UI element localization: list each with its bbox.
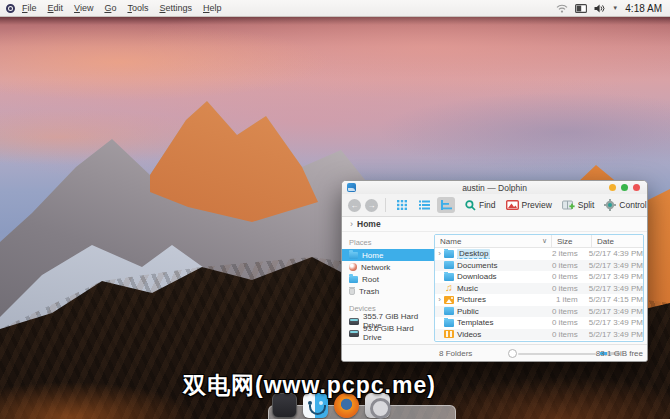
table-row-downloads[interactable]: Downloads0 items5/2/17 3:49 PM xyxy=(435,271,643,283)
minimize-button[interactable] xyxy=(609,184,616,191)
menu-help[interactable]: Help xyxy=(203,3,222,13)
details-view-icon xyxy=(419,200,430,210)
close-button[interactable] xyxy=(633,184,640,191)
sidebar-item-root[interactable]: Root xyxy=(342,273,434,285)
folder-count: 8 Folders xyxy=(439,349,472,358)
dolphin-window: austin — Dolphin ← → xyxy=(341,180,648,362)
sidebar-item-home[interactable]: Home xyxy=(342,249,434,261)
control-button[interactable]: Control xyxy=(604,199,646,211)
details-view-button[interactable] xyxy=(415,197,433,213)
folder-icon xyxy=(444,307,454,315)
preview-button[interactable]: Preview xyxy=(506,200,552,210)
menu-view[interactable]: View xyxy=(74,3,93,13)
expand-chevron-icon[interactable]: › xyxy=(435,295,444,304)
menu-tools[interactable]: Tools xyxy=(127,3,148,13)
column-header-date[interactable]: Date xyxy=(591,235,643,247)
size-cell: 0 items xyxy=(545,307,583,316)
icons-view-icon xyxy=(397,200,407,210)
name-column-label: Name xyxy=(440,237,461,246)
file-name: Videos xyxy=(457,330,481,339)
window-toolbar: ← → xyxy=(342,194,647,217)
volume-icon[interactable] xyxy=(594,4,605,13)
back-button[interactable]: ← xyxy=(348,199,361,212)
table-header: Name ∨ Size Date xyxy=(435,235,643,248)
sidebar-item-label: Home xyxy=(362,251,383,260)
folder-icon xyxy=(444,273,454,281)
window-titlebar[interactable]: austin — Dolphin xyxy=(342,181,647,194)
sidebar-item-network[interactable]: Network xyxy=(342,261,434,273)
zoom-slider-handle[interactable] xyxy=(508,349,517,358)
window-title: austin — Dolphin xyxy=(342,183,647,193)
app-logo-icon[interactable] xyxy=(6,4,15,13)
places-list: HomeNetworkRootTrash xyxy=(342,249,434,297)
file-name: Pictures xyxy=(457,295,486,304)
size-cell: 0 items xyxy=(545,272,583,281)
forward-button[interactable]: → xyxy=(365,199,378,212)
table-row-documents[interactable]: Documents0 items5/2/17 3:49 PM xyxy=(435,260,643,272)
table-row-pictures[interactable]: ›Pictures1 item5/2/17 4:15 PM xyxy=(435,294,643,306)
zoom-slider-groove[interactable] xyxy=(518,353,596,355)
table-row-music[interactable]: ♫Music0 items5/2/17 3:49 PM xyxy=(435,283,643,295)
tree-view-icon xyxy=(441,200,452,210)
size-cell: 0 items xyxy=(545,330,583,339)
tree-view-button[interactable] xyxy=(437,197,455,213)
expand-chevron-icon[interactable]: › xyxy=(435,249,444,258)
devices-list: 355.7 GiB Hard Drive93.6 GiB Hard Drive xyxy=(342,315,434,339)
table-row-desktop[interactable]: ›Desktop2 items5/2/17 4:39 PM xyxy=(435,248,643,260)
size-cell: 1 item xyxy=(545,295,583,304)
menubar-menus: FileEditViewGoToolsSettingsHelp xyxy=(22,3,222,13)
sidebar-item-trash[interactable]: Trash xyxy=(342,285,434,297)
desktop-screen: FileEditViewGoToolsSettingsHelp ▼ 4:18 A… xyxy=(0,0,670,419)
date-cell: 5/2/17 3:49 PM xyxy=(584,330,643,339)
sidebar-item-label: Network xyxy=(361,263,390,272)
menubar-clock[interactable]: 4:18 AM xyxy=(625,3,662,14)
breadcrumb[interactable]: › Home xyxy=(342,217,647,232)
name-cell: ›Desktop xyxy=(435,249,545,259)
table-row-videos[interactable]: Videos0 items5/2/17 3:49 PM xyxy=(435,329,643,341)
name-cell: Downloads xyxy=(435,272,545,281)
watermark-text: 双电网(www.pcpc.me) xyxy=(183,370,436,401)
date-cell: 5/2/17 3:49 PM xyxy=(584,261,643,270)
wifi-icon[interactable] xyxy=(556,4,568,13)
toolbar-separator xyxy=(385,198,386,212)
preview-label: Preview xyxy=(522,200,552,210)
column-header-size[interactable]: Size xyxy=(551,235,591,247)
breadcrumb-home[interactable]: Home xyxy=(357,219,381,229)
column-header-name[interactable]: Name ∨ xyxy=(435,235,551,247)
folder-icon xyxy=(444,250,454,258)
statusbar: 8 Folders 83.1 GiB free xyxy=(342,344,647,361)
folder-icon xyxy=(349,276,358,283)
places-panel: Places HomeNetworkRootTrash Devices 355.… xyxy=(342,232,434,344)
menu-edit[interactable]: Edit xyxy=(48,3,64,13)
global-menubar: FileEditViewGoToolsSettingsHelp ▼ 4:18 A… xyxy=(0,0,670,17)
status-dropdown-caret-icon[interactable]: ▼ xyxy=(612,5,618,11)
sidebar-item-label: Trash xyxy=(359,287,379,296)
file-view: Name ∨ Size Date ›Desktop2 items5/2/17 4… xyxy=(434,234,644,342)
table-row-public[interactable]: Public0 items5/2/17 3:49 PM xyxy=(435,306,643,318)
video-icon xyxy=(444,330,454,338)
trash-icon xyxy=(349,288,355,295)
sidebar-item-label: 93.6 GiB Hard Drive xyxy=(363,324,434,342)
date-cell: 5/2/17 4:39 PM xyxy=(584,249,643,258)
menu-file[interactable]: File xyxy=(22,3,37,13)
drive-icon xyxy=(349,330,359,337)
sidebar-item-93-6-gib-hard-drive[interactable]: 93.6 GiB Hard Drive xyxy=(342,327,434,339)
maximize-button[interactable] xyxy=(621,184,628,191)
preview-icon xyxy=(506,200,519,210)
gear-icon xyxy=(604,199,616,211)
menu-settings[interactable]: Settings xyxy=(159,3,192,13)
file-name: Music xyxy=(457,284,478,293)
free-space-label: 83.1 GiB free xyxy=(596,349,643,358)
file-name: Downloads xyxy=(457,272,497,281)
find-button[interactable]: Find xyxy=(465,200,496,211)
size-cell: 0 items xyxy=(545,318,583,327)
search-icon xyxy=(465,200,476,211)
folder-icon xyxy=(444,319,454,327)
split-button[interactable]: Split xyxy=(562,200,595,211)
icons-view-button[interactable] xyxy=(393,197,411,213)
table-row-templates[interactable]: Templates0 items5/2/17 3:49 PM xyxy=(435,317,643,329)
size-cell: 2 items xyxy=(545,249,583,258)
display-icon[interactable] xyxy=(575,4,587,13)
menubar-status-area: ▼ 4:18 AM xyxy=(556,3,670,14)
menu-go[interactable]: Go xyxy=(104,3,116,13)
